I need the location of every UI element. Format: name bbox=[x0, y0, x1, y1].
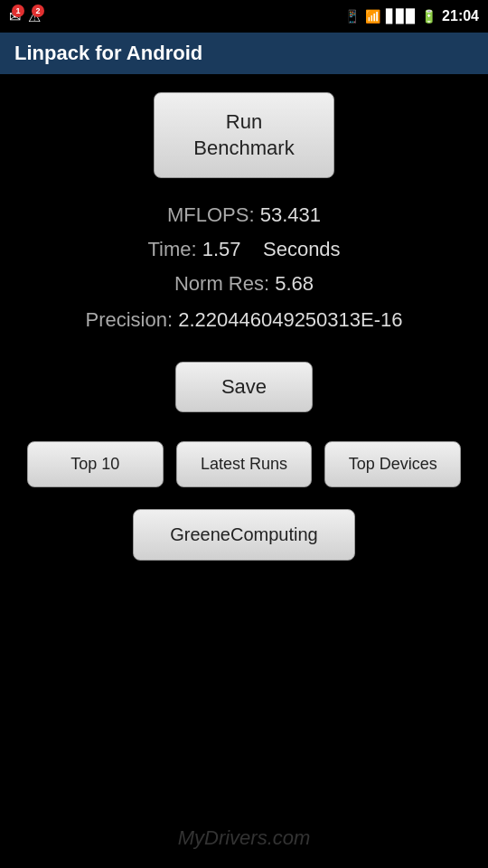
latest-runs-button[interactable]: Latest Runs bbox=[176, 441, 313, 487]
normres-row: Norm Res: 5.68 bbox=[174, 272, 314, 296]
save-button[interactable]: Save bbox=[175, 362, 313, 412]
latest-runs-label: Latest Runs bbox=[201, 455, 287, 473]
main-content: Run Benchmark MFLOPS: 53.431 Time: 1.57 … bbox=[0, 74, 488, 579]
top-devices-label: Top Devices bbox=[349, 455, 437, 473]
run-benchmark-button[interactable]: Run Benchmark bbox=[154, 92, 334, 178]
mflops-label: MFLOPS: bbox=[167, 203, 255, 226]
run-label: Run bbox=[226, 110, 262, 133]
app-title: Linpack for Android bbox=[14, 42, 202, 65]
greene-computing-label: GreeneComputing bbox=[170, 524, 317, 544]
mflops-row: MFLOPS: 53.431 bbox=[167, 203, 321, 227]
bottom-nav-buttons: Top 10 Latest Runs Top Devices bbox=[27, 441, 461, 487]
notification-2: ⚠ 2 bbox=[28, 8, 41, 25]
precision-label: Precision: bbox=[85, 308, 173, 331]
benchmark-label: Benchmark bbox=[193, 137, 294, 159]
time-unit: Seconds bbox=[263, 238, 341, 260]
clock: 21:04 bbox=[442, 8, 479, 24]
mflops-value: 53.431 bbox=[260, 203, 321, 226]
normres-value: 5.68 bbox=[275, 272, 314, 295]
time-row: Time: 1.57 Seconds bbox=[147, 238, 340, 261]
top10-label: Top 10 bbox=[70, 455, 119, 473]
notif2-badge: 2 bbox=[32, 5, 44, 17]
phone-icon: 📱 bbox=[344, 9, 360, 24]
wifi-icon: 📶 bbox=[365, 9, 380, 24]
greene-computing-button[interactable]: GreeneComputing bbox=[133, 509, 354, 561]
title-bar: Linpack for Android bbox=[0, 33, 488, 74]
precision-row: Precision: 2.220446049250313E-16 bbox=[85, 307, 402, 335]
status-bar: ✉ 1 ⚠ 2 📱 📶 ▋▊▉ 🔋 21:04 bbox=[0, 0, 488, 33]
status-left: ✉ 1 ⚠ 2 bbox=[9, 8, 44, 25]
top10-button[interactable]: Top 10 bbox=[27, 441, 164, 487]
stats-section: MFLOPS: 53.431 Time: 1.57 Seconds Norm R… bbox=[27, 203, 461, 335]
precision-value: 2.220446049250313E-16 bbox=[178, 308, 402, 331]
notification-1: ✉ 1 bbox=[9, 8, 21, 25]
normres-label: Norm Res: bbox=[174, 272, 269, 295]
time-label: Time: bbox=[147, 238, 196, 260]
battery-icon: 🔋 bbox=[421, 9, 436, 24]
status-right: 📱 📶 ▋▊▉ 🔋 21:04 bbox=[344, 8, 479, 24]
save-label: Save bbox=[221, 375, 267, 398]
notif1-badge: 1 bbox=[12, 5, 24, 17]
watermark: MyDrivers.com bbox=[178, 826, 311, 850]
time-value: 1.57 bbox=[202, 238, 241, 260]
signal-icon: ▋▊▉ bbox=[386, 9, 416, 24]
top-devices-button[interactable]: Top Devices bbox=[324, 441, 461, 487]
